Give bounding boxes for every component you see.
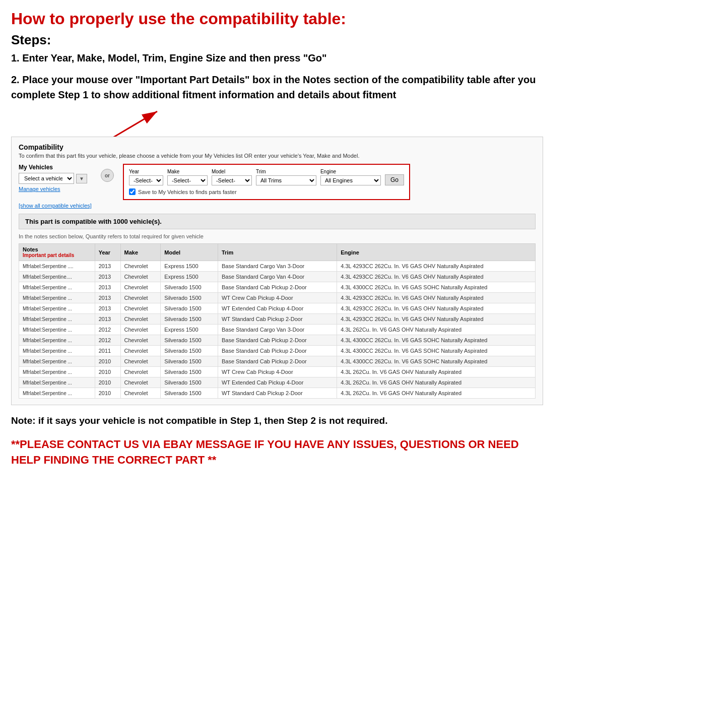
engine-cell: 4.3L 4300CC 262Cu. In. V6 GAS SOHC Natur… xyxy=(337,356,536,367)
make-cell: Chevrolet xyxy=(120,367,161,377)
year-cell: 2012 xyxy=(95,325,120,335)
engine-cell: 4.3L 4293CC 262Cu. In. V6 GAS OHV Natura… xyxy=(337,314,536,325)
my-vehicles-section: My Vehicles Select a vehicle ▼ Manage ve… xyxy=(19,164,92,209)
compat-top: My Vehicles Select a vehicle ▼ Manage ve… xyxy=(19,164,536,209)
table-row: Mfrlabel:Serpentine ... 2012 Chevrolet S… xyxy=(19,335,536,346)
trim-cell: Base Standard Cargo Van 3-Door xyxy=(218,325,337,335)
make-cell: Chevrolet xyxy=(120,314,161,325)
notes-cell: Mfrlabel:Serpentine ... xyxy=(19,388,95,399)
notes-cell: Mfrlabel:Serpentine ... xyxy=(19,282,95,293)
model-cell: Silverado 1500 xyxy=(161,346,218,356)
trim-cell: Base Standard Cab Pickup 2-Door xyxy=(218,335,337,346)
year-select[interactable]: -Select- xyxy=(129,175,163,185)
trim-cell: WT Standard Cab Pickup 2-Door xyxy=(218,388,337,399)
notes-cell: Mfrlabel:Serpentine ... xyxy=(19,377,95,388)
table-row: Mfrlabel:Serpentine ... 2010 Chevrolet S… xyxy=(19,367,536,377)
make-cell: Chevrolet xyxy=(120,356,161,367)
my-vehicles-label: My Vehicles xyxy=(19,164,92,171)
important-part-details-link[interactable]: Important part details xyxy=(23,252,91,258)
compat-subtitle: To confirm that this part fits your vehi… xyxy=(19,153,536,159)
make-field-group: Make -Select- xyxy=(167,169,208,185)
make-cell: Chevrolet xyxy=(120,346,161,356)
year-cell: 2013 xyxy=(95,272,120,282)
trim-cell: WT Crew Cab Pickup 4-Door xyxy=(218,367,337,377)
trim-cell: Base Standard Cab Pickup 2-Door xyxy=(218,356,337,367)
dropdown-arrow-icon[interactable]: ▼ xyxy=(76,174,87,183)
year-cell: 2013 xyxy=(95,293,120,303)
trim-label: Trim xyxy=(256,169,316,174)
table-header-row: Notes Important part details Year Make M… xyxy=(19,244,536,261)
year-make-row: Year -Select- Make -Select- Model - xyxy=(129,169,404,185)
year-field-group: Year -Select- xyxy=(129,169,163,185)
engine-cell: 4.3L 4293CC 262Cu. In. V6 GAS OHV Natura… xyxy=(337,303,536,314)
engine-cell: 4.3L 4293CC 262Cu. In. V6 GAS OHV Natura… xyxy=(337,293,536,303)
save-row: Save to My Vehicles to finds parts faste… xyxy=(129,188,404,195)
trim-cell: WT Extended Cab Pickup 4-Door xyxy=(218,377,337,388)
engine-cell: 4.3L 262Cu. In. V6 GAS OHV Naturally Asp… xyxy=(337,388,536,399)
model-cell: Silverado 1500 xyxy=(161,303,218,314)
engine-cell: 4.3L 4293CC 262Cu. In. V6 GAS OHV Natura… xyxy=(337,261,536,272)
col-notes: Notes Important part details xyxy=(19,244,95,261)
col-model: Model xyxy=(161,244,218,261)
quantity-note: In the notes section below, Quantity ref… xyxy=(19,233,536,239)
model-cell: Express 1500 xyxy=(161,261,218,272)
table-row: Mfrlabel:Serpentine ... 2010 Chevrolet S… xyxy=(19,356,536,367)
year-cell: 2013 xyxy=(95,282,120,293)
engine-cell: 4.3L 4300CC 262Cu. In. V6 GAS SOHC Natur… xyxy=(337,335,536,346)
select-vehicle-row: Select a vehicle ▼ xyxy=(19,173,92,184)
model-label: Model xyxy=(212,169,252,174)
table-row: Mfrlabel:Serpentine ... 2010 Chevrolet S… xyxy=(19,377,536,388)
trim-cell: WT Standard Cab Pickup 2-Door xyxy=(218,314,337,325)
trim-cell: Base Standard Cargo Van 4-Door xyxy=(218,272,337,282)
trim-select[interactable]: All Trims xyxy=(256,175,316,185)
year-cell: 2012 xyxy=(95,335,120,346)
table-body: Mfrlabel:Serpentine .... 2013 Chevrolet … xyxy=(19,261,536,399)
compatibility-section: Compatibility To confirm that this part … xyxy=(11,137,543,405)
table-row: Mfrlabel:Serpentine.... 2013 Chevrolet E… xyxy=(19,272,536,282)
note-bottom: Note: if it says your vehicle is not com… xyxy=(11,414,543,428)
table-row: Mfrlabel:Serpentine ... 2013 Chevrolet S… xyxy=(19,282,536,293)
model-field-group: Model -Select- xyxy=(212,169,252,185)
model-cell: Silverado 1500 xyxy=(161,282,218,293)
year-cell: 2013 xyxy=(95,314,120,325)
save-label: Save to My Vehicles to finds parts faste… xyxy=(138,189,237,195)
table-row: Mfrlabel:Serpentine ... 2011 Chevrolet S… xyxy=(19,346,536,356)
make-cell: Chevrolet xyxy=(120,325,161,335)
select-vehicle-dropdown[interactable]: Select a vehicle xyxy=(19,173,74,184)
engine-select[interactable]: All Engines xyxy=(320,175,381,185)
table-row: Mfrlabel:Serpentine .... 2013 Chevrolet … xyxy=(19,261,536,272)
notes-cell: Mfrlabel:Serpentine ... xyxy=(19,346,95,356)
model-cell: Silverado 1500 xyxy=(161,356,218,367)
make-select[interactable]: -Select- xyxy=(167,175,208,185)
contact-note: **PLEASE CONTACT US VIA EBAY MESSAGE IF … xyxy=(11,437,543,468)
notes-cell: Mfrlabel:Serpentine ... xyxy=(19,325,95,335)
table-row: Mfrlabel:Serpentine ... 2013 Chevrolet S… xyxy=(19,293,536,303)
model-cell: Silverado 1500 xyxy=(161,314,218,325)
manage-vehicles-link[interactable]: Manage vehicles xyxy=(19,186,92,192)
notes-cell: Mfrlabel:Serpentine ... xyxy=(19,303,95,314)
go-button[interactable]: Go xyxy=(385,174,404,185)
engine-cell: 4.3L 262Cu. In. V6 GAS OHV Naturally Asp… xyxy=(337,377,536,388)
make-label: Make xyxy=(167,169,208,174)
engine-cell: 4.3L 4293CC 262Cu. In. V6 GAS OHV Natura… xyxy=(337,272,536,282)
model-cell: Silverado 1500 xyxy=(161,388,218,399)
notes-cell: Mfrlabel:Serpentine ... xyxy=(19,335,95,346)
steps-label: Steps: xyxy=(11,32,543,48)
make-cell: Chevrolet xyxy=(120,293,161,303)
compatible-count-bar: This part is compatible with 1000 vehicl… xyxy=(19,214,536,229)
trim-cell: Base Standard Cab Pickup 2-Door xyxy=(218,346,337,356)
engine-label: Engine xyxy=(320,169,381,174)
trim-field-group: Trim All Trims xyxy=(256,169,316,185)
year-cell: 2010 xyxy=(95,377,120,388)
trim-cell: WT Extended Cab Pickup 4-Door xyxy=(218,303,337,314)
show-all-link[interactable]: [show all compatible vehicles] xyxy=(19,203,92,209)
save-checkbox[interactable] xyxy=(129,188,136,195)
col-year: Year xyxy=(95,244,120,261)
engine-cell: 4.3L 4300CC 262Cu. In. V6 GAS SOHC Natur… xyxy=(337,346,536,356)
model-select[interactable]: -Select- xyxy=(212,175,252,185)
model-cell: Silverado 1500 xyxy=(161,335,218,346)
table-row: Mfrlabel:Serpentine ... 2013 Chevrolet S… xyxy=(19,314,536,325)
year-cell: 2013 xyxy=(95,261,120,272)
model-cell: Express 1500 xyxy=(161,272,218,282)
col-make: Make xyxy=(120,244,161,261)
